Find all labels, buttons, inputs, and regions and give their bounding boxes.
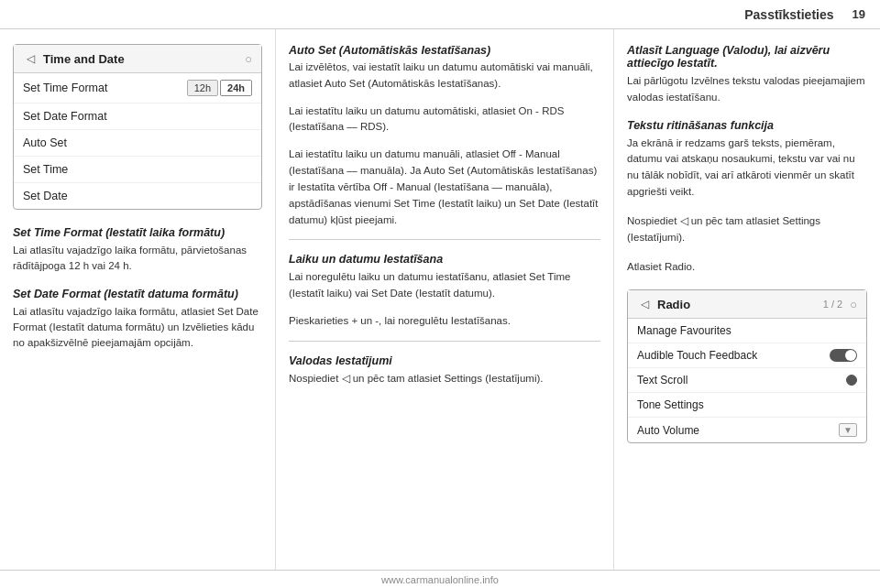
mid-section2-body2: Pieskarieties + un -, lai noregulētu Ies…	[289, 313, 600, 330]
main-content: ◁ Time and Date ○ Set Time Format 12h 24…	[0, 29, 880, 570]
manage-favourites-label: Manage Favourites	[637, 324, 732, 337]
menu-row-auto-set[interactable]: Auto Set	[14, 130, 261, 157]
mid-section1-body2: Lai iestatītu laiku un datumu automātisk…	[289, 103, 600, 136]
left-section-1: Set Time Format (Iestatīt laika formātu)…	[13, 226, 262, 275]
time-format-buttons: 12h 24h	[187, 80, 252, 96]
radio-row-text-scroll[interactable]: Text Scroll	[628, 368, 866, 393]
menu-box-header-left: ◁ Time and Date	[23, 51, 125, 66]
mid-section2-body1: Lai noregulētu laiku un datumu iestatīša…	[289, 269, 600, 302]
radio-row-manage-favourites[interactable]: Manage Favourites	[628, 319, 866, 343]
radio-back-arrow-icon[interactable]: ◁	[637, 297, 652, 311]
left-section-2: Set Date Format (Iestatīt datuma formātu…	[13, 288, 262, 352]
set-time-label: Set Time	[23, 163, 68, 176]
mid-section-1: Auto Set (Automātiskās Iestatīšanas) Lai…	[289, 44, 600, 228]
right-section-2: Tekstu ritināšanas funkcija Ja ekrānā ir…	[627, 119, 867, 276]
mid-section3-body: Nospiediet ◁ un pēc tam atlasiet Setting…	[289, 371, 600, 387]
auto-volume-dropdown-arrow[interactable]: ▼	[839, 423, 857, 437]
left-column: ◁ Time and Date ○ Set Time Format 12h 24…	[0, 29, 275, 570]
radio-menu-header-left: ◁ Radio	[637, 297, 690, 311]
radio-row-auto-volume[interactable]: Auto Volume ▼	[628, 418, 866, 442]
tone-settings-label: Tone Settings	[637, 398, 704, 411]
footer-bar: www.carmanualonline.info	[0, 570, 880, 588]
mid-section1-body3: Lai iestatītu laiku un datumu manuāli, a…	[289, 147, 600, 228]
menu-box-header: ◁ Time and Date ○	[14, 45, 261, 73]
menu-row-set-time[interactable]: Set Time	[14, 157, 261, 183]
audible-touch-toggle[interactable]	[830, 349, 857, 362]
mid-divider-2	[289, 341, 600, 342]
radio-search-icon[interactable]: ○	[850, 298, 857, 311]
right-section-1: Atlasīt Language (Valodu), lai aizvēru a…	[627, 44, 867, 106]
right-section2-body3: Atlasiet Radio.	[627, 259, 867, 276]
right-section2-heading: Tekstu ritināšanas funkcija	[627, 119, 867, 132]
radio-menu-box: ◁ Radio 1 / 2 ○ Manage Favourites Audibl…	[627, 289, 867, 443]
menu-row-set-date[interactable]: Set Date	[14, 183, 261, 209]
set-date-label: Set Date	[23, 190, 68, 202]
menu-box-title: Time and Date	[43, 52, 125, 66]
time-format-12h-button[interactable]: 12h	[187, 80, 218, 96]
mid-divider-1	[289, 239, 600, 240]
time-format-24h-button[interactable]: 24h	[220, 80, 252, 96]
mid-section2-heading: Laiku un datumu Iestatīšana	[289, 253, 600, 266]
radio-page-number: 1 / 2	[823, 299, 842, 310]
mid-section-2: Laiku un datumu Iestatīšana Lai noregulē…	[289, 253, 600, 329]
right-section1-heading: Atlasīt Language (Valodu), lai aizvēru a…	[627, 44, 867, 70]
audible-touch-label: Audible Touch Feedback	[637, 349, 757, 362]
text-scroll-radio-dot[interactable]	[846, 375, 857, 386]
right-section2-body2: Nospiediet ◁ un pēc tam atlasiet Setting…	[627, 213, 867, 246]
auto-set-label: Auto Set	[23, 136, 67, 149]
set-time-format-label: Set Time Format	[23, 82, 107, 94]
set-date-format-label: Set Date Format	[23, 110, 107, 123]
header-bar: Passtīkstieties 19	[0, 0, 880, 29]
section-title: Passtīkstieties	[744, 7, 833, 22]
search-icon[interactable]: ○	[245, 52, 252, 66]
mid-section1-heading: Auto Set (Automātiskās Iestatīšanas)	[289, 44, 600, 57]
mid-section-3: Valodas Iestatījumi Nospiediet ◁ un pēc …	[289, 354, 600, 387]
section2-body: Lai atlasītu vajadzīgo laika formātu, at…	[13, 304, 262, 352]
section1-heading: Set Time Format (Iestatīt laika formātu)	[13, 226, 262, 239]
footer-url: www.carmanualonline.info	[381, 574, 499, 585]
radio-menu-header: ◁ Radio 1 / 2 ○	[628, 290, 866, 319]
text-scroll-label: Text Scroll	[637, 374, 688, 387]
toggle-bar	[830, 349, 857, 362]
section2-heading: Set Date Format (Iestatīt datuma formātu…	[13, 288, 262, 300]
mid-section1-body1: Lai izvēlētos, vai iestatīt laiku un dat…	[289, 60, 600, 93]
menu-row-set-time-format: Set Time Format 12h 24h	[14, 73, 261, 103]
menu-row-set-date-format[interactable]: Set Date Format	[14, 103, 261, 130]
right-column: Atlasīt Language (Valodu), lai aizvēru a…	[614, 29, 880, 570]
radio-menu-title: Radio	[657, 298, 690, 311]
mid-column: Auto Set (Automātiskās Iestatīšanas) Lai…	[275, 29, 614, 570]
section1-body: Lai atlasītu vajadzīgo laika formātu, pā…	[13, 243, 262, 275]
auto-volume-label: Auto Volume	[637, 424, 699, 437]
right-section1-body: Lai pārlūgotu Izvēlnes tekstu valodas pi…	[627, 73, 867, 106]
page-number: 19	[852, 7, 865, 21]
mid-section3-heading: Valodas Iestatījumi	[289, 354, 600, 367]
toggle-circle	[845, 350, 856, 361]
right-section2-body: Ja ekrānā ir redzams garš teksts, piemēr…	[627, 136, 867, 201]
radio-row-tone-settings[interactable]: Tone Settings	[628, 393, 866, 418]
back-arrow-icon[interactable]: ◁	[23, 51, 38, 66]
time-date-menu-box: ◁ Time and Date ○ Set Time Format 12h 24…	[13, 44, 262, 210]
radio-row-audible-touch[interactable]: Audible Touch Feedback	[628, 343, 866, 368]
